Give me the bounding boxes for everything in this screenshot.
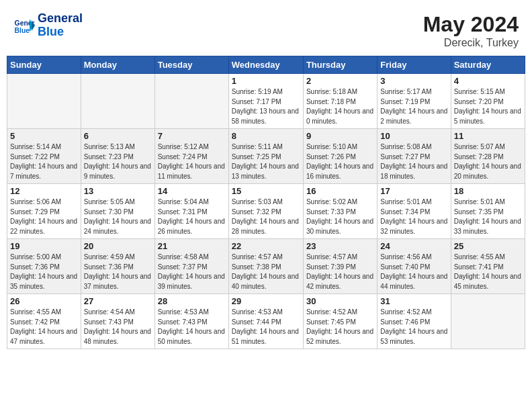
day-info: Sunrise: 5:19 AMSunset: 7:17 PMDaylight:… <box>232 87 300 126</box>
title-block: May 2024 Derecik, Turkey <box>423 12 519 49</box>
day-info: Sunrise: 4:56 AMSunset: 7:40 PMDaylight:… <box>380 253 447 291</box>
day-info: Sunrise: 4:57 AMSunset: 7:39 PMDaylight:… <box>306 253 374 291</box>
calendar-cell: 1Sunrise: 5:19 AMSunset: 7:17 PMDaylight… <box>228 74 303 129</box>
day-info: Sunrise: 5:04 AMSunset: 7:31 PMDaylight:… <box>158 197 226 236</box>
day-number: 23 <box>306 241 374 251</box>
calendar-cell: 12Sunrise: 5:06 AMSunset: 7:29 PMDayligh… <box>7 184 81 239</box>
calendar-cell: 13Sunrise: 5:05 AMSunset: 7:30 PMDayligh… <box>81 184 154 239</box>
day-number: 7 <box>158 131 226 141</box>
day-number: 11 <box>454 131 522 141</box>
day-number: 30 <box>306 296 374 306</box>
day-number: 27 <box>84 296 152 306</box>
day-number: 4 <box>454 76 522 86</box>
calendar-cell <box>81 74 154 129</box>
calendar-cell: 9Sunrise: 5:10 AMSunset: 7:26 PMDaylight… <box>303 129 377 184</box>
logo-icon: General Blue <box>13 15 35 36</box>
day-info: Sunrise: 4:59 AMSunset: 7:36 PMDaylight:… <box>84 253 152 291</box>
calendar-cell: 31Sunrise: 4:52 AMSunset: 7:46 PMDayligh… <box>378 294 451 349</box>
calendar-cell: 29Sunrise: 4:53 AMSunset: 7:44 PMDayligh… <box>228 294 303 349</box>
calendar-table: SundayMondayTuesdayWednesdayThursdayFrid… <box>7 56 525 349</box>
day-number: 16 <box>306 186 374 196</box>
day-info: Sunrise: 4:53 AMSunset: 7:44 PMDaylight:… <box>232 308 300 347</box>
day-info: Sunrise: 4:52 AMSunset: 7:45 PMDaylight:… <box>306 308 374 347</box>
calendar-cell: 6Sunrise: 5:13 AMSunset: 7:23 PMDaylight… <box>81 129 154 184</box>
day-number: 21 <box>158 241 226 251</box>
day-number: 8 <box>232 131 300 141</box>
day-info: Sunrise: 5:01 AMSunset: 7:34 PMDaylight:… <box>380 197 447 236</box>
day-number: 13 <box>84 186 152 196</box>
weekday-header-thursday: Thursday <box>303 56 377 74</box>
calendar-cell <box>7 74 81 129</box>
day-info: Sunrise: 4:57 AMSunset: 7:38 PMDaylight:… <box>232 253 300 291</box>
calendar-cell: 20Sunrise: 4:59 AMSunset: 7:36 PMDayligh… <box>81 239 154 294</box>
logo-line2: Blue <box>38 26 83 39</box>
weekday-header-tuesday: Tuesday <box>154 56 228 74</box>
calendar-cell: 23Sunrise: 4:57 AMSunset: 7:39 PMDayligh… <box>303 239 377 294</box>
day-number: 5 <box>10 131 78 141</box>
calendar-cell: 4Sunrise: 5:15 AMSunset: 7:20 PMDaylight… <box>451 74 525 129</box>
day-number: 12 <box>10 186 78 196</box>
weekday-header-saturday: Saturday <box>451 56 525 74</box>
calendar-cell: 30Sunrise: 4:52 AMSunset: 7:45 PMDayligh… <box>303 294 377 349</box>
calendar-cell: 14Sunrise: 5:04 AMSunset: 7:31 PMDayligh… <box>154 184 228 239</box>
day-number: 9 <box>306 131 374 141</box>
calendar-week-1: 1Sunrise: 5:19 AMSunset: 7:17 PMDaylight… <box>7 74 525 129</box>
day-info: Sunrise: 5:02 AMSunset: 7:33 PMDaylight:… <box>306 197 374 236</box>
calendar-cell: 10Sunrise: 5:08 AMSunset: 7:27 PMDayligh… <box>378 129 451 184</box>
day-info: Sunrise: 5:14 AMSunset: 7:22 PMDaylight:… <box>10 142 78 181</box>
day-info: Sunrise: 5:03 AMSunset: 7:32 PMDaylight:… <box>232 197 300 236</box>
day-info: Sunrise: 5:10 AMSunset: 7:26 PMDaylight:… <box>306 142 374 181</box>
calendar-cell: 11Sunrise: 5:07 AMSunset: 7:28 PMDayligh… <box>451 129 525 184</box>
month-year: May 2024 <box>423 12 519 37</box>
day-info: Sunrise: 5:17 AMSunset: 7:19 PMDaylight:… <box>380 87 447 126</box>
day-number: 31 <box>380 296 447 306</box>
day-info: Sunrise: 5:00 AMSunset: 7:36 PMDaylight:… <box>10 253 78 291</box>
day-number: 3 <box>380 76 447 86</box>
calendar-week-5: 26Sunrise: 4:55 AMSunset: 7:42 PMDayligh… <box>7 294 525 349</box>
calendar-week-4: 19Sunrise: 5:00 AMSunset: 7:36 PMDayligh… <box>7 239 525 294</box>
day-number: 24 <box>380 241 447 251</box>
day-info: Sunrise: 5:08 AMSunset: 7:27 PMDaylight:… <box>380 142 447 181</box>
calendar-cell <box>451 294 525 349</box>
calendar-cell: 16Sunrise: 5:02 AMSunset: 7:33 PMDayligh… <box>303 184 377 239</box>
calendar-cell: 19Sunrise: 5:00 AMSunset: 7:36 PMDayligh… <box>7 239 81 294</box>
day-number: 25 <box>454 241 522 251</box>
day-info: Sunrise: 4:55 AMSunset: 7:41 PMDaylight:… <box>454 253 522 291</box>
day-number: 18 <box>454 186 522 196</box>
day-number: 2 <box>306 76 374 86</box>
day-number: 15 <box>232 186 300 196</box>
day-info: Sunrise: 4:55 AMSunset: 7:42 PMDaylight:… <box>10 308 78 347</box>
day-info: Sunrise: 5:15 AMSunset: 7:20 PMDaylight:… <box>454 87 522 126</box>
day-info: Sunrise: 5:01 AMSunset: 7:35 PMDaylight:… <box>454 197 522 236</box>
weekday-header-wednesday: Wednesday <box>228 56 303 74</box>
day-number: 28 <box>158 296 226 306</box>
calendar-cell: 27Sunrise: 4:54 AMSunset: 7:43 PMDayligh… <box>81 294 154 349</box>
day-info: Sunrise: 5:12 AMSunset: 7:24 PMDaylight:… <box>158 142 226 181</box>
logo: General Blue General Blue <box>13 12 83 39</box>
day-info: Sunrise: 5:13 AMSunset: 7:23 PMDaylight:… <box>84 142 152 181</box>
day-number: 1 <box>232 76 300 86</box>
calendar-cell: 3Sunrise: 5:17 AMSunset: 7:19 PMDaylight… <box>378 74 451 129</box>
calendar-cell: 15Sunrise: 5:03 AMSunset: 7:32 PMDayligh… <box>228 184 303 239</box>
day-number: 29 <box>232 296 300 306</box>
location: Derecik, Turkey <box>423 37 519 49</box>
day-info: Sunrise: 4:52 AMSunset: 7:46 PMDaylight:… <box>380 308 447 347</box>
calendar-cell <box>154 74 228 129</box>
weekday-header-friday: Friday <box>378 56 451 74</box>
day-number: 26 <box>10 296 78 306</box>
calendar-week-3: 12Sunrise: 5:06 AMSunset: 7:29 PMDayligh… <box>7 184 525 239</box>
day-info: Sunrise: 4:53 AMSunset: 7:43 PMDaylight:… <box>158 308 226 347</box>
logo-line1: General <box>38 12 83 26</box>
calendar-cell: 26Sunrise: 4:55 AMSunset: 7:42 PMDayligh… <box>7 294 81 349</box>
calendar-cell: 2Sunrise: 5:18 AMSunset: 7:18 PMDaylight… <box>303 74 377 129</box>
calendar-cell: 8Sunrise: 5:11 AMSunset: 7:25 PMDaylight… <box>228 129 303 184</box>
weekday-header-sunday: Sunday <box>7 56 81 74</box>
day-info: Sunrise: 4:58 AMSunset: 7:37 PMDaylight:… <box>158 253 226 291</box>
day-info: Sunrise: 5:11 AMSunset: 7:25 PMDaylight:… <box>232 142 300 181</box>
calendar-cell: 24Sunrise: 4:56 AMSunset: 7:40 PMDayligh… <box>378 239 451 294</box>
day-number: 22 <box>232 241 300 251</box>
calendar-cell: 17Sunrise: 5:01 AMSunset: 7:34 PMDayligh… <box>378 184 451 239</box>
day-info: Sunrise: 5:06 AMSunset: 7:29 PMDaylight:… <box>10 197 78 236</box>
calendar-cell: 5Sunrise: 5:14 AMSunset: 7:22 PMDaylight… <box>7 129 81 184</box>
calendar-week-2: 5Sunrise: 5:14 AMSunset: 7:22 PMDaylight… <box>7 129 525 184</box>
